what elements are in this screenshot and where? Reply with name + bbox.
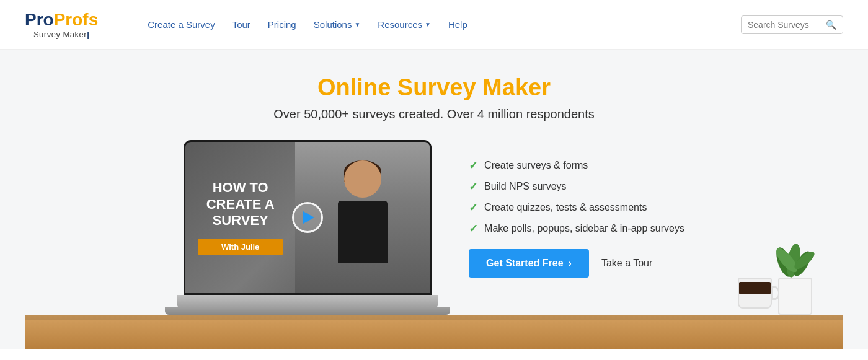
check-icon-2: ✓ — [469, 180, 478, 193]
hero-section: Online Survey Maker Over 50,000+ surveys… — [0, 50, 868, 349]
content-area: HOW TO CREATE A SURVEY With Julie — [25, 140, 843, 315]
plant-container — [778, 278, 812, 315]
video-title: HOW TO CREATE A SURVEY — [198, 180, 283, 229]
logo-wordmark: ProProfs — [25, 10, 98, 30]
feature-label-4: Make polls, popups, sidebar & in-app sur… — [484, 223, 684, 234]
logo[interactable]: ProProfs Survey Maker| — [25, 10, 98, 39]
nav-resources[interactable]: Resources ▼ — [378, 19, 431, 30]
feature-label-1: Create surveys & forms — [484, 160, 588, 171]
person-head — [344, 160, 381, 198]
get-started-label: Get Started Free — [486, 258, 563, 269]
hero-title: Online Survey Maker — [25, 74, 843, 101]
logo-subtitle: Survey Maker| — [33, 30, 89, 39]
with-julie-badge: With Julie — [198, 239, 283, 255]
play-button[interactable] — [292, 202, 323, 233]
mug-container — [738, 284, 772, 315]
nav-solutions[interactable]: Solutions ▼ — [314, 19, 361, 30]
laptop-bottom — [165, 307, 450, 315]
resources-dropdown-arrow: ▼ — [425, 21, 431, 28]
laptop-screen: HOW TO CREATE A SURVEY With Julie — [184, 140, 432, 295]
cta-buttons: Get Started Free › Take a Tour — [469, 249, 652, 278]
right-decor — [738, 278, 812, 315]
laptop-mockup: HOW TO CREATE A SURVEY With Julie — [184, 140, 432, 315]
play-triangle-icon — [303, 211, 314, 224]
logo-pro: Pro — [25, 10, 54, 29]
nav-pricing[interactable]: Pricing — [268, 19, 296, 30]
laptop-base — [177, 295, 438, 307]
nav-create-survey[interactable]: Create a Survey — [148, 19, 215, 30]
video-title-area: HOW TO CREATE A SURVEY With Julie — [185, 142, 295, 293]
check-icon-3: ✓ — [469, 201, 478, 214]
main-nav: Create a Survey Tour Pricing Solutions ▼… — [148, 19, 741, 30]
arrow-icon: › — [569, 258, 572, 269]
screen-inner: HOW TO CREATE A SURVEY With Julie — [185, 142, 430, 293]
desk-surface — [25, 315, 843, 349]
nav-help[interactable]: Help — [448, 19, 467, 30]
mug-liquid — [739, 282, 771, 294]
get-started-button[interactable]: Get Started Free › — [469, 249, 589, 278]
desk-shadow — [25, 315, 843, 320]
header: ProProfs Survey Maker| Create a Survey T… — [0, 0, 868, 50]
take-tour-link[interactable]: Take a Tour — [601, 258, 652, 269]
nav-tour[interactable]: Tour — [232, 19, 250, 30]
check-icon-1: ✓ — [469, 159, 478, 172]
plant-pot — [778, 278, 812, 315]
person-body — [338, 201, 388, 263]
feature-item-3: ✓ Create quizzes, tests & assessments — [469, 201, 647, 214]
hero-subtitle: Over 50,000+ surveys created. Over 4 mil… — [25, 107, 843, 121]
feature-label-2: Build NPS surveys — [484, 181, 567, 192]
check-icon-4: ✓ — [469, 222, 478, 235]
feature-label-3: Create quizzes, tests & assessments — [484, 202, 647, 213]
feature-item-4: ✓ Make polls, popups, sidebar & in-app s… — [469, 222, 684, 235]
coffee-mug — [738, 278, 772, 309]
search-input[interactable] — [748, 20, 822, 30]
search-icon: 🔍 — [826, 20, 836, 30]
logo-cursor: | — [87, 30, 89, 39]
search-box[interactable]: 🔍 — [741, 15, 843, 34]
logo-profs: Profs — [54, 10, 99, 29]
solutions-dropdown-arrow: ▼ — [354, 21, 360, 28]
feature-item-1: ✓ Create surveys & forms — [469, 159, 588, 172]
features-cta: ✓ Create surveys & forms ✓ Build NPS sur… — [469, 159, 684, 315]
feature-item-2: ✓ Build NPS surveys — [469, 180, 567, 193]
